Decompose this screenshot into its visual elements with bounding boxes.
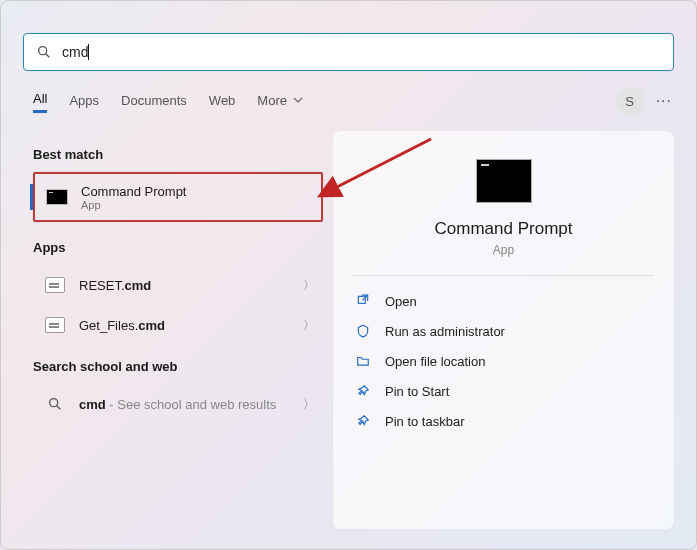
header-right: S ··· [616,87,672,115]
action-label: Pin to taskbar [385,414,465,429]
terminal-icon [45,185,69,209]
details-title: Command Prompt [353,219,654,239]
tab-apps[interactable]: Apps [69,89,99,112]
app-thumbnail [476,159,532,203]
tab-more-label: More [257,93,287,108]
section-apps: Apps [33,240,323,255]
result-command-prompt[interactable]: Command Prompt App [33,172,323,222]
chevron-right-icon: 〉 [303,396,315,413]
action-open[interactable]: Open [353,286,654,316]
section-best-match: Best match [33,147,323,162]
batch-file-icon [43,313,67,337]
svg-rect-4 [358,296,365,303]
search-box[interactable]: cmd [23,33,674,71]
tab-web[interactable]: Web [209,89,236,112]
pin-icon [355,383,371,399]
svg-point-2 [50,399,58,407]
result-web-search[interactable]: cmd - See school and web results 〉 [33,384,323,424]
action-open-location[interactable]: Open file location [353,346,654,376]
tab-more[interactable]: More [257,89,302,112]
avatar-initial: S [625,94,634,109]
action-label: Run as administrator [385,324,505,339]
more-options-button[interactable]: ··· [656,92,672,110]
chevron-right-icon: 〉 [303,277,315,294]
details-panel: Command Prompt App Open Run as administr… [333,131,674,529]
action-label: Open file location [385,354,485,369]
chevron-right-icon: 〉 [303,317,315,334]
results-column: Best match Command Prompt App Apps RESET… [33,141,323,424]
shield-icon [355,323,371,339]
svg-line-3 [57,406,61,410]
divider [353,275,654,276]
search-icon [43,392,67,416]
tab-documents[interactable]: Documents [121,89,187,112]
open-icon [355,293,371,309]
result-get-files-cmd[interactable]: Get_Files.cmd 〉 [33,305,323,345]
action-label: Open [385,294,417,309]
batch-file-icon [43,273,67,297]
chevron-down-icon [293,95,303,105]
result-reset-cmd[interactable]: RESET.cmd 〉 [33,265,323,305]
action-run-admin[interactable]: Run as administrator [353,316,654,346]
details-subtitle: App [353,243,654,257]
user-avatar[interactable]: S [616,87,644,115]
section-search-web: Search school and web [33,359,323,374]
result-title: RESET.cmd [79,278,151,293]
result-subtitle: App [81,199,186,211]
selection-accent [30,184,33,210]
pin-icon [355,413,371,429]
result-title: Get_Files.cmd [79,318,165,333]
result-title: cmd - See school and web results [79,397,276,412]
tab-all[interactable]: All [33,87,47,113]
result-title: Command Prompt [81,184,186,199]
folder-icon [355,353,371,369]
action-pin-taskbar[interactable]: Pin to taskbar [353,406,654,436]
action-pin-start[interactable]: Pin to Start [353,376,654,406]
filter-tabs: All Apps Documents Web More [33,87,674,113]
action-label: Pin to Start [385,384,449,399]
